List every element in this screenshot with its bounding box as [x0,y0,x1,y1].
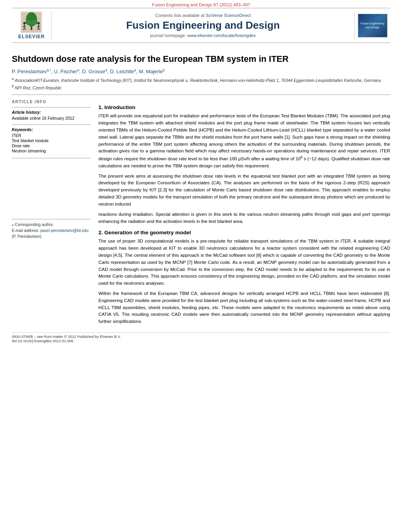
journal-logo-right: Fusion Engineeringand Design [355,11,390,39]
article-body: ARTICLE INFO Article history: Available … [12,100,390,211]
footnotes: ⁎ Corresponding author. E-mail address: … [12,219,91,239]
issn-text: 0920-3796/$ – see front matter © 2012 Pu… [12,334,390,339]
corresponding-author-note: ⁎ Corresponding author. [12,222,91,228]
authors: P. Pereslavtseva,*, U. Fischera, D. Gros… [12,68,390,74]
sciverse-link-anchor[interactable]: SciVerse ScienceDirect [206,13,250,18]
journal-title: Fusion Engineering and Design [126,19,280,32]
svg-point-12 [37,22,40,24]
keywords-label: Keywords: [12,127,91,132]
keyword-neutron: Neutron streaming [12,148,91,153]
article-info-header: ARTICLE INFO [12,100,91,104]
journal-title-section: Contents lists available at SciVerse Sci… [51,11,355,39]
divider-1 [12,95,390,95]
journal-brand-box: Fusion Engineeringand Design [358,14,387,37]
article-text-column: 1. Introduction ITER will provide one eq… [98,100,390,211]
article-history-section: Article history: Available online 16 Feb… [12,107,91,120]
section2-paragraph-1: The use of proper 3D computational model… [98,238,390,287]
journal-homepage: journal homepage: www.elsevier.com/locat… [150,33,256,38]
doi-text: doi:10.1016/j.fusengdes.2012.01.006 [12,339,390,343]
svg-point-4 [25,20,31,25]
section-1-title: 1. Introduction [98,104,390,110]
elsevier-logo: ELSEVIER [18,11,44,39]
divider-left [12,158,91,158]
keyword-tbm: Test blanket module [12,138,91,143]
elsevier-brand-text: ELSEVIER [18,34,44,39]
journal-brand-label: Fusion Engineeringand Design [360,21,385,30]
keyword-iter: ITER [12,133,91,138]
section2-paragraph-2: Within the framework of the European TBM… [98,290,390,325]
article-bottom-section: ⁎ Corresponding author. E-mail address: … [12,211,390,328]
homepage-link[interactable]: www.elsevier.com/locate/fusengdes [187,33,256,38]
article-content: Shutdown dose rate analysis for the Euro… [0,43,402,351]
section-2-title: 2. Generation of the geometry model [98,230,390,235]
intro-paragraph-1: ITER will provide one equatorial port fo… [98,113,390,169]
intro-paragraph-2: The present work aims at assessing the s… [98,173,390,208]
email-link[interactable]: pavel.pereslavtsev@kit.edu [40,228,88,233]
elsevier-tree-icon [20,11,42,33]
keywords-list: ITER Test blanket module Dose rate Neutr… [12,133,91,153]
journal-reference: Fusion Engineering and Design 87 (2012) … [0,0,402,8]
history-label: Article history: [12,110,91,115]
keywords-section: Keywords: ITER Test blanket module Dose … [12,124,91,153]
article-title: Shutdown dose rate analysis for the Euro… [12,54,390,64]
available-online: Available online 16 February 2012 [12,116,91,120]
email-note: E-mail address: pavel.pereslavtsev@kit.e… [12,228,91,239]
journal-header: ELSEVIER Contents lists available at Sci… [12,8,390,43]
right-continuation: reactions during irradiation. Special at… [98,211,390,328]
keyword-dose: Dose rate [12,143,91,148]
intro-continuation: reactions during irradiation. Special at… [98,211,390,225]
page: Fusion Engineering and Design 87 (2012) … [0,0,402,532]
svg-point-5 [31,20,38,25]
sciverse-link: Contents lists available at SciVerse Sci… [155,13,250,18]
article-info-column: ARTICLE INFO Article history: Available … [12,100,91,211]
footnote-column: ⁎ Corresponding author. E-mail address: … [12,211,91,328]
affiliation-b: b NPI Rez, Czech Republic [12,84,390,90]
bottom-bar: 0920-3796/$ – see front matter © 2012 Pu… [12,332,390,343]
elsevier-logo-section: ELSEVIER [12,11,51,39]
svg-point-6 [23,22,26,24]
affiliation-a: a AssociationKIT-Euratom, Karlsruhe Inst… [12,77,390,83]
